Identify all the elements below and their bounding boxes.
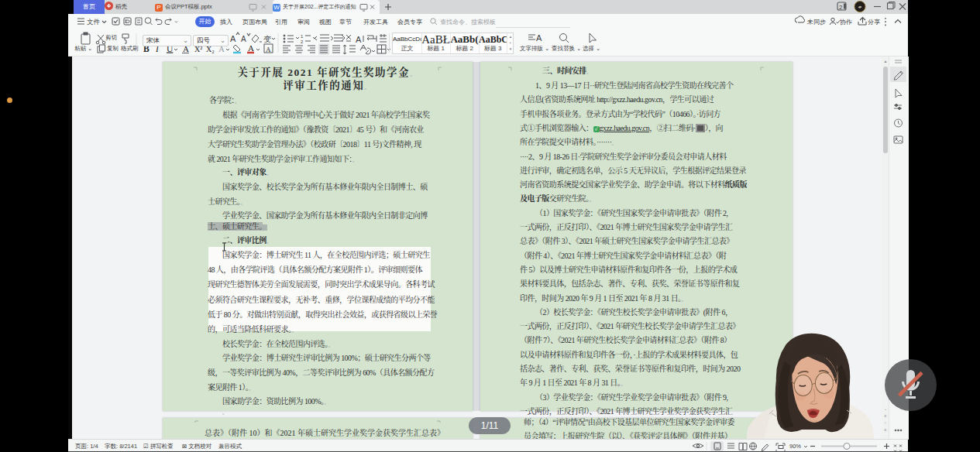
svg-text:A: A (536, 33, 542, 43)
svg-text:A: A (230, 34, 236, 43)
svg-text:A: A (248, 43, 254, 53)
svg-text:变: 变 (263, 35, 271, 43)
svg-text:2: 2 (301, 39, 304, 44)
svg-text:A: A (266, 46, 271, 53)
svg-text:1: 1 (301, 34, 304, 39)
svg-text:A: A (241, 35, 246, 43)
svg-text:A: A (356, 35, 362, 44)
svg-text:2: 2 (839, 4, 843, 11)
